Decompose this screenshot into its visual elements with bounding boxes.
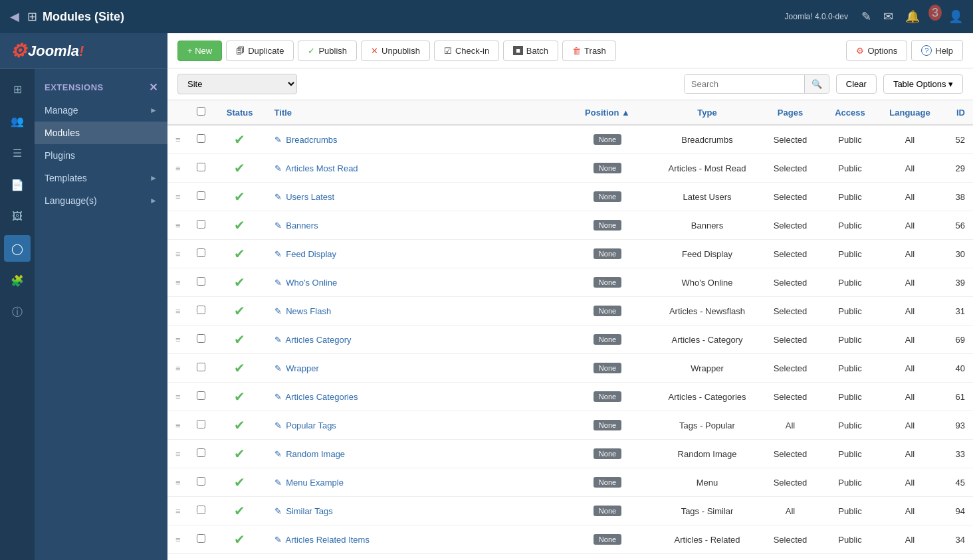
module-title-link[interactable]: Random Image — [286, 449, 345, 459]
col-type-header[interactable]: Type — [654, 100, 760, 125]
sidebar-icon-dashboard[interactable]: ⊞ — [4, 76, 31, 102]
site-filter-select[interactable]: Site Administrator — [177, 74, 297, 94]
module-title-link[interactable]: Who's Online — [286, 278, 337, 288]
module-title-link[interactable]: Wrapper — [286, 363, 319, 373]
drag-handle[interactable]: ≡ — [167, 440, 189, 468]
row-checkbox[interactable] — [197, 534, 205, 543]
status-icon[interactable]: ✔ — [234, 132, 245, 147]
row-checkbox[interactable] — [197, 363, 205, 371]
row-checkbox[interactable] — [197, 506, 205, 514]
row-checkbox[interactable] — [197, 191, 205, 200]
drag-handle[interactable]: ≡ — [167, 468, 189, 497]
row-checkbox[interactable] — [197, 163, 205, 171]
options-button[interactable]: ⚙ Options — [846, 41, 907, 61]
drag-handle[interactable]: ≡ — [167, 154, 189, 183]
col-access-header[interactable]: Access — [820, 100, 880, 125]
status-icon[interactable]: ✔ — [234, 275, 245, 290]
status-icon[interactable]: ✔ — [234, 532, 245, 547]
status-icon[interactable]: ✔ — [234, 446, 245, 461]
col-id-header[interactable]: ID — [940, 100, 973, 125]
status-icon[interactable]: ✔ — [234, 218, 245, 233]
drag-handle[interactable]: ≡ — [167, 125, 189, 154]
sidebar-item-plugins[interactable]: Plugins — [35, 144, 167, 167]
sidebar-item-languages[interactable]: Language(s) ► — [35, 189, 167, 212]
sidebar-icon-components[interactable]: ◯ — [4, 235, 31, 262]
search-input[interactable] — [685, 75, 804, 93]
row-checkbox[interactable] — [197, 420, 205, 428]
drag-handle[interactable]: ≡ — [167, 411, 189, 440]
status-icon[interactable]: ✔ — [234, 161, 245, 175]
module-title-link[interactable]: Articles Category — [286, 335, 352, 345]
sidebar-icon-info[interactable]: ⓘ — [4, 299, 31, 326]
sidebar-icon-menus[interactable]: ☰ — [4, 140, 31, 166]
status-icon[interactable]: ✔ — [234, 332, 245, 347]
status-icon[interactable]: ✔ — [234, 189, 245, 204]
bell-icon[interactable]: 🔔 3 — [905, 9, 936, 24]
drag-handle[interactable]: ≡ — [167, 383, 189, 411]
sidebar-item-templates[interactable]: Templates ► — [35, 167, 167, 189]
unpublish-button[interactable]: ✕ Unpublish — [361, 41, 430, 61]
col-position-header[interactable]: Position ▲ — [561, 100, 654, 125]
module-title-link[interactable]: Feed Display — [286, 249, 336, 259]
col-title-header[interactable]: Title — [267, 100, 561, 125]
trash-button[interactable]: 🗑 Trash — [562, 41, 616, 61]
row-checkbox[interactable] — [197, 448, 205, 457]
row-checkbox[interactable] — [197, 334, 205, 343]
checkin-button[interactable]: ☑ Check-in — [434, 41, 499, 61]
sidebar-item-manage[interactable]: Manage ► — [35, 99, 167, 122]
edit-icon[interactable]: ✎ — [861, 9, 871, 24]
drag-handle[interactable]: ≡ — [167, 240, 189, 268]
drag-handle[interactable]: ≡ — [167, 268, 189, 297]
status-icon[interactable]: ✔ — [234, 475, 245, 490]
status-icon[interactable]: ✔ — [234, 418, 245, 432]
drag-handle[interactable]: ≡ — [167, 497, 189, 525]
sidebar-icon-users[interactable]: 👥 — [4, 108, 31, 134]
row-checkbox[interactable] — [197, 220, 205, 229]
module-title-link[interactable]: Articles Categories — [286, 392, 358, 402]
status-icon[interactable]: ✔ — [234, 361, 245, 375]
sidebar-icon-extensions[interactable]: 🧩 — [4, 267, 31, 294]
status-icon[interactable]: ✔ — [234, 389, 245, 404]
module-title-link[interactable]: Users Latest — [286, 192, 334, 202]
status-icon[interactable]: ✔ — [234, 246, 245, 261]
row-checkbox[interactable] — [197, 391, 205, 400]
batch-button[interactable]: ■ Batch — [503, 41, 558, 61]
sidebar-close-button[interactable]: ✕ — [149, 81, 158, 94]
module-title-link[interactable]: Articles Related Items — [286, 535, 370, 545]
drag-handle[interactable]: ≡ — [167, 525, 189, 554]
status-icon[interactable]: ✔ — [234, 304, 245, 318]
module-title-link[interactable]: Menu Example — [286, 478, 344, 488]
mail-icon[interactable]: ✉ — [883, 9, 893, 24]
status-icon[interactable]: ✔ — [234, 504, 245, 518]
row-checkbox[interactable] — [197, 477, 205, 486]
module-title-link[interactable]: Banners — [286, 221, 318, 231]
sidebar-collapse-button[interactable]: ◀ — [10, 9, 19, 24]
module-title-link[interactable]: Articles Most Read — [286, 163, 358, 173]
row-checkbox[interactable] — [197, 306, 205, 314]
col-language-header[interactable]: Language — [880, 100, 940, 125]
col-pages-header[interactable]: Pages — [760, 100, 820, 125]
clear-button[interactable]: Clear — [836, 74, 877, 94]
drag-handle[interactable]: ≡ — [167, 211, 189, 240]
module-title-link[interactable]: Popular Tags — [286, 420, 336, 430]
row-checkbox[interactable] — [197, 248, 205, 257]
search-button[interactable]: 🔍 — [804, 75, 829, 93]
drag-handle[interactable]: ≡ — [167, 326, 189, 354]
drag-handle[interactable]: ≡ — [167, 354, 189, 383]
module-title-link[interactable]: Similar Tags — [286, 506, 333, 516]
drag-handle[interactable]: ≡ — [167, 183, 189, 211]
sidebar-item-modules[interactable]: Modules — [35, 122, 167, 144]
duplicate-button[interactable]: 🗐 Duplicate — [226, 41, 294, 61]
sidebar-icon-content[interactable]: 📄 — [4, 171, 31, 198]
select-all-checkbox[interactable] — [197, 107, 205, 116]
table-options-button[interactable]: Table Options ▾ — [883, 74, 963, 94]
row-checkbox[interactable] — [197, 134, 205, 143]
sidebar-icon-media[interactable]: 🖼 — [4, 203, 31, 230]
drag-handle[interactable]: ≡ — [167, 297, 189, 326]
module-title-link[interactable]: Breadcrumbs — [286, 135, 337, 145]
new-button[interactable]: + New — [177, 41, 222, 61]
user-icon[interactable]: 👤 — [948, 9, 963, 24]
help-button[interactable]: ? Help — [911, 40, 963, 61]
publish-button[interactable]: ✓ Publish — [298, 41, 357, 61]
module-title-link[interactable]: News Flash — [286, 306, 331, 316]
